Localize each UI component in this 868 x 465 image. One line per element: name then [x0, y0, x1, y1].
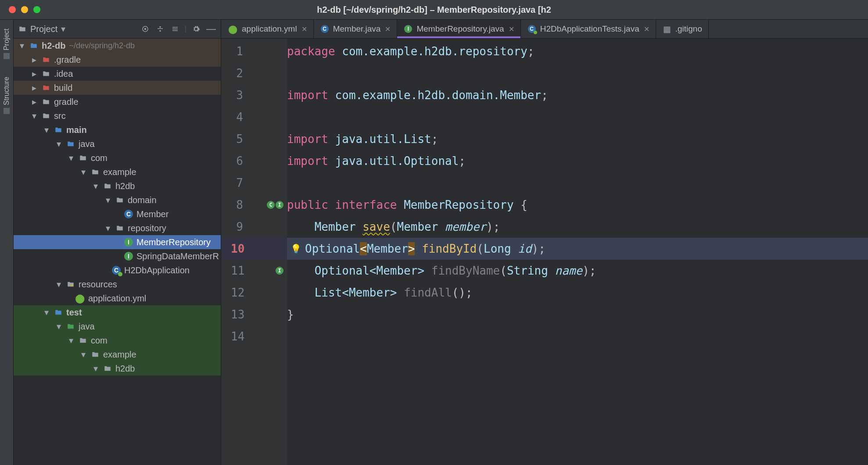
- tree-item-idea[interactable]: ▸ .idea: [14, 67, 221, 81]
- line-number[interactable]: 11: [231, 264, 244, 277]
- tree-item-java[interactable]: ▾ java: [14, 137, 221, 151]
- editor-gutter[interactable]: 1 2 3 4 5 6 7 8 C I 9 10 11 I: [221, 39, 287, 465]
- tab-gitignore[interactable]: ▦ .gitigno: [656, 20, 709, 38]
- title-bar: h2-db [~/dev/spring/h2-db] – MemberRepos…: [0, 0, 868, 20]
- line-number[interactable]: 5: [231, 132, 243, 146]
- code-line[interactable]: [287, 172, 868, 194]
- close-tab-icon[interactable]: ✕: [644, 25, 649, 33]
- line-number[interactable]: 2: [231, 67, 243, 80]
- tab-member-java[interactable]: C Member.java ✕: [314, 20, 398, 38]
- project-view-icon: [18, 25, 27, 33]
- code-line[interactable]: }: [287, 304, 868, 326]
- spring-config-icon: ⬤: [228, 24, 237, 34]
- tree-item-member-repository[interactable]: I MemberRepository: [14, 235, 221, 249]
- tree-item-test-java[interactable]: ▾ java: [14, 319, 221, 333]
- tree-item-domain[interactable]: ▾ domain: [14, 193, 221, 207]
- code-line[interactable]: List<Member> findAll();: [287, 282, 868, 304]
- project-tree[interactable]: ▾ h2-db ~/dev/spring/h2-db ▸ .gradle ▸ .…: [14, 39, 221, 465]
- tree-item-spring-data-member-repo[interactable]: I SpringDataMemberR: [14, 249, 221, 263]
- tree-item-test-com[interactable]: ▾ com: [14, 333, 221, 347]
- tree-item-test-example[interactable]: ▾ example: [14, 347, 221, 361]
- code-line[interactable]: import com.example.h2db.domain.Member;: [287, 84, 868, 106]
- close-tab-icon[interactable]: ✕: [301, 25, 307, 33]
- close-tab-icon[interactable]: ✕: [509, 25, 514, 33]
- package-icon: [103, 182, 112, 190]
- editor-tabs: ⬤ application.yml ✕ C Member.java ✕ I Me…: [221, 20, 868, 39]
- window-title: h2-db [~/dev/spring/h2-db] – MemberRepos…: [0, 5, 868, 15]
- tab-member-repository-java[interactable]: I MemberRepository.java ✕: [397, 20, 520, 38]
- implementing-method-icon[interactable]: I: [276, 267, 287, 275]
- class-icon: C: [112, 266, 121, 275]
- project-tool-button[interactable]: Project: [3, 29, 11, 59]
- code-line[interactable]: import java.util.List;: [287, 128, 868, 150]
- test-source-folder-icon: [66, 322, 75, 331]
- resources-folder-icon: [66, 280, 75, 289]
- tree-item-h2db[interactable]: ▾ h2db: [14, 179, 221, 193]
- tab-label: application.yml: [242, 24, 297, 34]
- tree-item-main[interactable]: ▾ main: [14, 123, 221, 137]
- chevron-down-icon: ▾: [81, 167, 87, 177]
- tree-item-example[interactable]: ▾ example: [14, 165, 221, 179]
- code-line[interactable]: [287, 62, 868, 84]
- expand-all-icon[interactable]: [155, 24, 165, 34]
- chevron-down-icon: ▾: [69, 153, 75, 163]
- tree-root[interactable]: ▾ h2-db ~/dev/spring/h2-db: [14, 39, 221, 53]
- minimize-window-button[interactable]: [21, 6, 28, 13]
- close-window-button[interactable]: [9, 6, 16, 13]
- tree-item-gradle-dot[interactable]: ▸ .gradle: [14, 53, 221, 67]
- tab-application-yml[interactable]: ⬤ application.yml ✕: [221, 20, 314, 38]
- structure-tool-button[interactable]: Structure: [3, 77, 11, 114]
- line-number[interactable]: 13: [231, 308, 244, 321]
- tree-item-build[interactable]: ▸ build: [14, 81, 221, 95]
- gear-icon[interactable]: [191, 24, 201, 34]
- project-view-selector[interactable]: Project ▾: [18, 24, 65, 34]
- code-line[interactable]: Member save(Member member);: [287, 216, 868, 238]
- tree-item-application-yml[interactable]: ⬤ application.yml: [14, 291, 221, 305]
- line-number[interactable]: 1: [231, 45, 243, 58]
- tree-item-com[interactable]: ▾ com: [14, 151, 221, 165]
- folder-icon: [42, 69, 50, 78]
- code-line[interactable]: Optional<Member> findByName(String name)…: [287, 260, 868, 282]
- line-number[interactable]: 7: [231, 176, 243, 190]
- code-line-current[interactable]: 💡Optional<Member> findById(Long id);: [287, 238, 868, 260]
- tree-item-src[interactable]: ▾ src: [14, 109, 221, 123]
- implemented-icon[interactable]: C I: [267, 201, 287, 209]
- tree-item-member-class[interactable]: C Member: [14, 207, 221, 221]
- line-number[interactable]: 6: [231, 154, 243, 168]
- code-line[interactable]: public interface MemberRepository {: [287, 194, 868, 216]
- tab-h2db-application-tests-java[interactable]: C H2DbApplicationTests.java ✕: [521, 20, 656, 38]
- package-icon: [91, 168, 100, 176]
- line-number[interactable]: 4: [231, 111, 243, 124]
- line-number[interactable]: 14: [231, 330, 244, 343]
- zoom-window-button[interactable]: [33, 6, 40, 13]
- locate-icon[interactable]: [140, 24, 151, 34]
- tree-item-repository[interactable]: ▾ repository: [14, 221, 221, 235]
- line-number[interactable]: 3: [231, 89, 243, 102]
- tab-label: Member.java: [333, 24, 381, 34]
- tree-item-resources[interactable]: ▾ resources: [14, 277, 221, 291]
- hide-panel-icon[interactable]: —: [206, 24, 216, 34]
- chevron-down-icon: ▾: [93, 363, 100, 374]
- close-tab-icon[interactable]: ✕: [385, 25, 391, 33]
- code-line[interactable]: package com.example.h2db.repository;: [287, 40, 868, 62]
- tree-item-gradle[interactable]: ▸ gradle: [14, 95, 221, 109]
- chevron-down-icon: ▾: [57, 279, 63, 290]
- tree-item-test[interactable]: ▾ test: [14, 305, 221, 319]
- line-number[interactable]: 12: [231, 286, 244, 299]
- interface-icon: I: [124, 238, 133, 247]
- code-line[interactable]: [287, 326, 868, 347]
- chevron-down-icon: ▾: [44, 125, 50, 135]
- tree-item-test-h2db[interactable]: ▾ h2db: [14, 361, 221, 376]
- code-editor[interactable]: package com.example.h2db.repository; imp…: [287, 39, 868, 465]
- code-line[interactable]: [287, 106, 868, 128]
- interface-icon: I: [404, 25, 412, 33]
- tree-item-h2db-app[interactable]: C H2DbApplication: [14, 263, 221, 277]
- collapse-all-icon[interactable]: [170, 24, 180, 34]
- line-number[interactable]: 10: [231, 242, 244, 255]
- intention-bulb-icon[interactable]: 💡: [287, 243, 305, 254]
- line-number[interactable]: 9: [231, 220, 243, 233]
- module-icon: [54, 308, 63, 317]
- package-icon: [79, 336, 87, 345]
- line-number[interactable]: 8: [231, 198, 243, 211]
- code-line[interactable]: import java.util.Optional;: [287, 150, 868, 172]
